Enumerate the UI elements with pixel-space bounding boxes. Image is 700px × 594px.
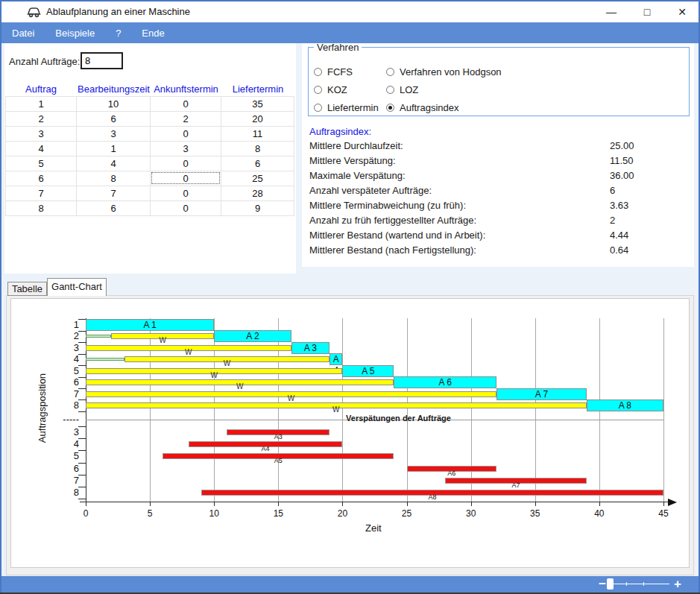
table-cell[interactable]: 8 xyxy=(221,142,294,157)
radio-option-fcfs[interactable]: FCFS xyxy=(314,63,386,80)
radio-option-liefertermin[interactable]: Liefertermin xyxy=(314,98,386,116)
table-cell[interactable]: 2 xyxy=(151,112,221,127)
table-cell[interactable]: 0 xyxy=(151,97,221,112)
radio-icon xyxy=(314,86,322,94)
zoom-slider-handle[interactable] xyxy=(607,578,614,590)
radio-label: Liefertermin xyxy=(327,102,379,113)
jobs-table: AuftragBearbeitungszeitAnkunftsterminLie… xyxy=(5,82,294,216)
chart-area xyxy=(10,298,690,568)
stat-value: 3.63 xyxy=(610,200,628,211)
stat-row: Mittlere Terminabweichung (zu früh):3.63 xyxy=(309,200,691,215)
tab-gantt-chart[interactable]: Gantt-Chart xyxy=(47,278,107,296)
table-cell[interactable]: 10 xyxy=(77,97,151,112)
table-cell[interactable]: 25 xyxy=(221,171,294,186)
table-cell[interactable]: 7 xyxy=(77,186,151,201)
menu-item-beispiele[interactable]: Beispiele xyxy=(55,28,95,39)
table-cell[interactable]: 1 xyxy=(77,142,151,157)
minimize-button[interactable]: — xyxy=(595,1,628,22)
table-cell[interactable]: 5 xyxy=(5,157,77,171)
anzahl-input[interactable] xyxy=(81,52,123,69)
stat-row: Mittlere Verspätung:11.50 xyxy=(309,155,691,170)
table-cell[interactable]: 0 xyxy=(151,186,221,201)
radio-label: Verfahren von Hodgson xyxy=(400,66,502,78)
radio-icon xyxy=(386,68,394,76)
stats-title: Auftragsindex: xyxy=(309,126,371,137)
table-cell[interactable]: 6 xyxy=(221,157,294,171)
menu-item-datei[interactable]: Datei xyxy=(12,28,34,39)
verfahren-options: FCFSVerfahren von HodgsonKOZLOZLieferter… xyxy=(314,63,502,116)
status-bar: − + xyxy=(1,576,699,593)
stat-label: Mittlere Durchlaufzeit: xyxy=(309,140,403,151)
stat-value: 11.50 xyxy=(610,155,634,166)
zoom-in-button[interactable]: + xyxy=(672,576,684,593)
radio-label: LOZ xyxy=(400,84,418,95)
table-cell[interactable]: 9 xyxy=(221,201,294,216)
menu-item-ende[interactable]: Ende xyxy=(142,28,164,39)
window-title: Ablaufplanung an einer Maschine xyxy=(46,1,190,22)
radio-label: Auftragsindex xyxy=(400,102,459,113)
table-cell[interactable]: 0 xyxy=(151,157,221,171)
radio-option-koz[interactable]: KOZ xyxy=(314,80,386,98)
radio-option-auftragsindex[interactable]: Auftragsindex xyxy=(386,98,502,116)
table-cell[interactable]: 6 xyxy=(77,112,151,127)
table-cell[interactable]: 1 xyxy=(5,97,77,112)
table-cell[interactable]: 11 xyxy=(221,127,294,142)
stat-value: 36.00 xyxy=(610,170,634,181)
table-header: Liefertermin xyxy=(221,82,294,97)
stat-label: Anzahl zu früh fertiggestellter Aufträge… xyxy=(309,215,476,226)
stat-row: Maximale Verspätung:36.00 xyxy=(309,170,691,185)
radio-icon xyxy=(386,86,394,94)
stat-label: Maximale Verspätung: xyxy=(309,170,406,181)
stats-list: Mittlere Durchlaufzeit:25.00Mittlere Ver… xyxy=(309,140,691,259)
table-cell[interactable]: 0 xyxy=(151,171,221,186)
table-cell[interactable]: 6 xyxy=(5,171,77,186)
table-cell[interactable]: 3 xyxy=(77,127,151,142)
table-cell[interactable]: 8 xyxy=(77,171,151,186)
stat-label: Anzahl verspäteter Aufträge: xyxy=(309,185,432,196)
stat-row: Mittlere Durchlaufzeit:25.00 xyxy=(309,140,691,155)
maximize-button[interactable]: □ xyxy=(631,1,663,22)
radio-option-verfahren-von-hodgson[interactable]: Verfahren von Hodgson xyxy=(386,63,502,80)
tab-tabelle[interactable]: Tabelle xyxy=(7,282,47,296)
table-cell[interactable]: 6 xyxy=(77,201,151,216)
radio-icon xyxy=(314,68,322,76)
table-cell[interactable]: 35 xyxy=(221,97,294,112)
table-cell[interactable]: 4 xyxy=(5,142,77,157)
zoom-slider-tick xyxy=(626,582,627,586)
table-cell[interactable]: 4 xyxy=(77,157,151,171)
table-cell[interactable]: 20 xyxy=(221,112,294,127)
radio-label: FCFS xyxy=(327,66,353,78)
menubar: DateiBeispiele?Ende xyxy=(1,22,699,43)
app-icon xyxy=(27,7,41,21)
stat-label: Mittlerer Bestand (nach Fertigstellung): xyxy=(309,244,476,256)
verfahren-title: Verfahren xyxy=(314,42,362,53)
table-cell[interactable]: 2 xyxy=(5,112,77,127)
stat-label: Mittlerer Bestand (wartend und in Arbeit… xyxy=(309,230,485,241)
table-cell[interactable]: 0 xyxy=(151,127,221,142)
radio-label: KOZ xyxy=(327,84,347,95)
zoom-slider-tick xyxy=(643,582,644,586)
window-border-left xyxy=(0,0,1,593)
table-header: Bearbeitungszeit xyxy=(77,82,151,97)
radio-option-loz[interactable]: LOZ xyxy=(386,80,502,98)
table-header: Ankunftstermin xyxy=(151,82,221,97)
close-button[interactable]: ✕ xyxy=(666,1,699,22)
table-cell[interactable]: 3 xyxy=(5,127,77,142)
app-window: Ablaufplanung an einer Maschine — □ ✕ Da… xyxy=(0,0,700,594)
stat-row: Mittlerer Bestand (wartend und in Arbeit… xyxy=(309,230,691,244)
table-cell[interactable]: 28 xyxy=(221,186,294,201)
table-header: Auftrag xyxy=(5,82,77,97)
stat-value: 2 xyxy=(610,215,615,226)
stat-value: 6 xyxy=(610,185,615,196)
table-cell[interactable]: 3 xyxy=(151,142,221,157)
radio-icon xyxy=(386,104,394,112)
zoom-slider-track[interactable] xyxy=(610,584,669,584)
window-border-top xyxy=(0,0,700,1)
stat-row: Anzahl zu früh fertiggestellter Aufträge… xyxy=(309,215,691,230)
menu-item-?[interactable]: ? xyxy=(116,28,121,39)
table-cell[interactable]: 7 xyxy=(5,186,77,201)
stat-value: 25.00 xyxy=(610,140,634,151)
radio-icon xyxy=(314,104,322,112)
table-cell[interactable]: 8 xyxy=(5,201,77,216)
table-cell[interactable]: 0 xyxy=(151,201,221,216)
